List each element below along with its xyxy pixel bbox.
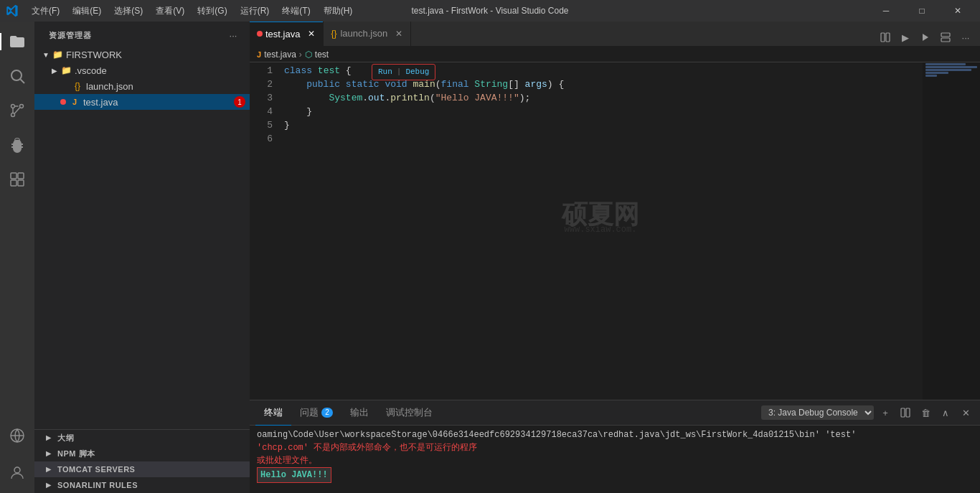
debug-run-icon xyxy=(920,32,930,42)
tree-item-label: FIRSTWORK xyxy=(66,50,250,60)
tabs-bar: test.java ✕ {} launch.json ✕ ▶ ··· xyxy=(250,22,980,47)
menu-goto[interactable]: 转到(G) xyxy=(192,4,232,19)
activity-account[interactable] xyxy=(0,456,34,490)
console-select[interactable]: 3: Java Debug Console xyxy=(761,405,874,420)
svg-line-1 xyxy=(21,80,25,84)
code-line-6 xyxy=(284,132,923,146)
activity-search[interactable] xyxy=(0,59,34,93)
tree-root-firstwork[interactable]: ▼ 📁 FIRSTWORK xyxy=(34,47,250,62)
error-indicator xyxy=(60,99,66,105)
svg-point-4 xyxy=(11,113,15,117)
more-actions-button[interactable]: ··· xyxy=(957,29,974,46)
source-control-icon xyxy=(9,102,26,119)
line-numbers: 1 2 3 4 5 6 xyxy=(250,62,278,400)
layout-button[interactable] xyxy=(937,29,954,46)
svg-rect-17 xyxy=(906,408,910,417)
svg-rect-15 xyxy=(941,38,950,42)
menu-view[interactable]: 查看(V) xyxy=(150,4,190,19)
terminal-tab-debug-console[interactable]: 调试控制台 xyxy=(377,400,441,426)
menu-select[interactable]: 选择(S) xyxy=(108,4,149,19)
sidebar-section-tomcat[interactable]: ▶ TOMCAT SERVERS xyxy=(34,461,250,477)
close-panel-button[interactable]: ✕ xyxy=(957,404,974,421)
terminal-tab-terminal[interactable]: 终端 xyxy=(255,400,291,426)
tree-launch-json[interactable]: {} launch.json xyxy=(34,78,250,94)
svg-rect-12 xyxy=(886,33,890,42)
error-badge: 1 xyxy=(234,96,245,108)
section-label: TOMCAT SERVERS xyxy=(57,465,135,474)
sidebar-header: 资源管理器 ··· xyxy=(34,22,250,47)
activity-source-control[interactable] xyxy=(0,93,34,128)
sidebar-section-outline[interactable]: ▶ 大纲 xyxy=(34,430,250,446)
terminal-line-error1: 'chcp.com' 不是内部或外部命令，也不是可运行的程序 xyxy=(257,441,973,454)
titlebar-controls: ─ □ ✕ xyxy=(870,0,974,22)
run-button[interactable]: ▶ xyxy=(897,29,914,46)
run-debug-codelens[interactable]: Run | Debug xyxy=(372,64,435,80)
menu-edit[interactable]: 编辑(E) xyxy=(67,4,107,19)
minimize-button[interactable]: ─ xyxy=(870,0,903,22)
tree-vscode-folder[interactable]: ▶ 📁 .vscode xyxy=(34,62,250,78)
tree-item-label: .vscode xyxy=(75,65,250,76)
chevron-up-button[interactable]: ∧ xyxy=(937,404,954,421)
tab-close-button[interactable]: ✕ xyxy=(306,28,317,39)
explorer-icon xyxy=(9,33,26,50)
svg-point-3 xyxy=(20,105,24,108)
sidebar-section-npm[interactable]: ▶ NPM 脚本 xyxy=(34,446,250,461)
split-editor-icon xyxy=(880,32,890,42)
new-terminal-button[interactable]: + xyxy=(877,404,894,421)
tab-label: test.java xyxy=(265,29,300,39)
activity-extensions[interactable] xyxy=(0,162,34,197)
menu-help[interactable]: 帮助(H) xyxy=(318,4,359,19)
svg-rect-5 xyxy=(11,173,17,179)
menu-file[interactable]: 文件(F) xyxy=(26,4,65,19)
activity-explorer[interactable] xyxy=(0,24,34,59)
terminal-tab-problems[interactable]: 问题 2 xyxy=(291,400,341,426)
maximize-button[interactable]: □ xyxy=(905,0,938,22)
svg-point-2 xyxy=(11,105,15,108)
problems-badge: 2 xyxy=(321,408,333,418)
sidebar-section-sonarlint[interactable]: ▶ SONARLINT RULES xyxy=(34,477,250,493)
run-lens-button[interactable]: Run xyxy=(378,65,392,79)
code-line-5: } xyxy=(284,118,923,132)
debug-lens-button[interactable]: Debug xyxy=(405,65,429,79)
tab-launch-json[interactable]: {} launch.json ✕ xyxy=(324,22,411,46)
svg-rect-8 xyxy=(18,180,24,186)
tree-item-label: test.java xyxy=(83,97,234,108)
file-tree: ▼ 📁 FIRSTWORK ▶ 📁 .vscode {} launch.json… xyxy=(34,47,250,429)
close-button[interactable]: ✕ xyxy=(941,0,974,22)
titlebar-menu: 文件(F) 编辑(E) 选择(S) 查看(V) 转到(G) 运行(R) 终端(T… xyxy=(26,4,358,19)
terminal-tab-actions: 3: Java Debug Console + 🗑 ∧ ✕ xyxy=(761,404,974,421)
split-terminal-button[interactable] xyxy=(897,404,914,421)
debug-button[interactable] xyxy=(917,29,934,46)
java-file-icon: J xyxy=(69,96,80,108)
error-dot-icon xyxy=(257,31,263,37)
svg-rect-11 xyxy=(881,33,885,42)
activity-debug[interactable] xyxy=(0,128,34,162)
breadcrumb: J test.java › ⬡ test xyxy=(250,47,980,62)
split-editor-button[interactable] xyxy=(877,29,894,46)
breadcrumb-symbol[interactable]: ⬡ test xyxy=(305,50,329,60)
tree-test-java[interactable]: J test.java 1 xyxy=(34,94,250,110)
trash-button[interactable]: 🗑 xyxy=(917,404,934,421)
tab-label: launch.json xyxy=(340,28,387,39)
java-breadcrumb-icon: J xyxy=(257,50,261,59)
terminal-content[interactable]: oaming\Code\User\workspaceStorage\0466e3… xyxy=(250,426,980,493)
sidebar-more-button[interactable]: ··· xyxy=(225,28,241,44)
breadcrumb-file[interactable]: J test.java xyxy=(257,50,296,60)
section-arrow-icon: ▶ xyxy=(43,466,55,473)
activity-remote[interactable] xyxy=(0,418,34,453)
terminal-tab-output[interactable]: 输出 xyxy=(341,400,377,426)
svg-rect-14 xyxy=(941,33,950,37)
menu-terminal[interactable]: 终端(T) xyxy=(276,4,316,19)
tab-close-button[interactable]: ✕ xyxy=(393,28,405,39)
svg-rect-6 xyxy=(18,173,24,179)
tab-json-icon: {} xyxy=(331,29,336,39)
menu-run[interactable]: 运行(R) xyxy=(235,4,275,19)
watermark-url: www.sxiaw.com. xyxy=(562,223,639,237)
debug-icon xyxy=(9,136,26,154)
watermark: 硕夏网 www.sxiaw.com. xyxy=(562,210,639,237)
code-content[interactable]: Run | Debug class test { public static v… xyxy=(278,62,923,400)
section-label: NPM 脚本 xyxy=(57,449,95,459)
tab-test-java[interactable]: test.java ✕ xyxy=(250,22,324,46)
code-editor: 1 2 3 4 5 6 Run | Debug class test { xyxy=(250,62,980,400)
terminal-panel: 终端 问题 2 输出 调试控制台 3: Java Debug Console +… xyxy=(250,400,980,493)
